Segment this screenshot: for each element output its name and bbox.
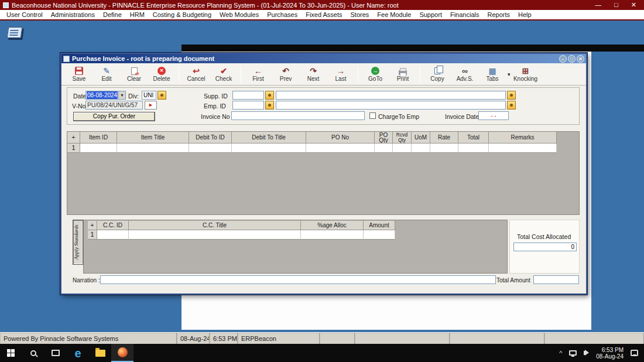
menu-item-fee-module[interactable]: Fee Module (373, 11, 415, 18)
menu-item-administrations[interactable]: Administrations (47, 11, 99, 18)
erp-app-button[interactable] (111, 344, 133, 362)
cell-cc-title[interactable] (129, 230, 301, 240)
next-record-icon: ↷ (310, 66, 317, 76)
start-button[interactable] (0, 344, 22, 362)
cell-amount[interactable] (364, 230, 395, 240)
employee-id-input[interactable] (232, 101, 264, 110)
add-row-button[interactable]: + (67, 132, 80, 144)
division-lookup-button[interactable] (157, 91, 166, 100)
toolbar-cancel-button[interactable]: ↩ Cancel (183, 64, 209, 84)
employee-name-input[interactable] (276, 101, 506, 110)
menu-item-reports[interactable]: Reports (483, 11, 514, 18)
cell-item-id[interactable] (80, 144, 117, 153)
toolbar-delete-button[interactable]: ✕ Delete (149, 64, 174, 84)
task-view-button[interactable] (44, 344, 67, 362)
edge-browser-button[interactable]: e (67, 344, 89, 362)
cell-po-no[interactable] (306, 144, 375, 153)
dialog-minimize-button[interactable]: – (559, 55, 567, 63)
first-record-icon: ← (254, 66, 262, 76)
toolbar-edit-button[interactable]: ✎ Edit (94, 64, 119, 84)
toolbar-more-icon[interactable]: ▾ (508, 71, 511, 77)
items-grid-row[interactable]: 1 (67, 144, 579, 153)
invoice-date-input[interactable]: - - (478, 111, 509, 120)
network-icon[interactable] (569, 350, 577, 356)
taskbar-search-button[interactable] (22, 344, 44, 362)
toolbar-print-button[interactable]: Print (390, 64, 416, 84)
menu-item-hrm[interactable]: HRM (126, 11, 149, 18)
toolbar-next-button[interactable]: ↷ Next (300, 64, 326, 84)
toolbar-copy-button[interactable]: Copy (424, 64, 450, 84)
voucher-go-button[interactable]: ► (145, 101, 157, 110)
action-center-icon[interactable] (631, 350, 638, 356)
close-button[interactable]: ✕ (631, 1, 636, 9)
menu-item-web-modules[interactable]: Web Modules (215, 11, 263, 18)
menu-item-support[interactable]: Support (415, 11, 446, 18)
toolbar-prev-button[interactable]: ↶ Prev (273, 64, 299, 84)
toolbar-knocking-button[interactable]: ⊞ Knocking (513, 64, 539, 84)
cell-cc-id[interactable] (97, 230, 129, 240)
file-explorer-button[interactable] (89, 344, 111, 362)
apply-standards-button[interactable]: Apply Standards (73, 220, 83, 265)
supplier-lookup-button[interactable] (265, 91, 274, 100)
copy-purchase-order-button[interactable]: Copy Pur. Order (73, 112, 155, 121)
cell-uom[interactable] (412, 144, 430, 153)
division-input[interactable]: UNI (142, 91, 156, 100)
supplier-id-input[interactable] (232, 91, 264, 100)
cell-remarks[interactable] (489, 144, 557, 153)
toolbar-tabs-button[interactable]: ▦ Tabs (479, 64, 505, 84)
voucher-no-input[interactable]: PU/08/24/UNI/G/57 (85, 101, 143, 110)
menu-item-purchases[interactable]: Purchases (263, 11, 302, 18)
narration-input[interactable] (100, 275, 496, 284)
cc-grid-row[interactable]: 1 (88, 230, 395, 240)
col-rate: Rate (430, 132, 458, 144)
cell-po-qty[interactable] (375, 144, 393, 153)
employee-lookup-button[interactable] (265, 101, 274, 110)
tray-expand-icon[interactable]: ^ (559, 350, 562, 357)
maximize-button[interactable]: □ (614, 1, 618, 9)
toolbar-save-button[interactable]: Save (66, 64, 92, 84)
cancel-label: Cancel (187, 76, 205, 82)
dialog-restore-button[interactable]: □ (568, 55, 576, 63)
supplier-name-input[interactable] (276, 91, 506, 100)
dialog-close-button[interactable]: ✕ (577, 55, 584, 63)
menu-item-user-control[interactable]: User Control (2, 11, 47, 18)
toolbar-last-button[interactable]: → Last (328, 64, 354, 84)
menu-item-stores[interactable]: Stores (347, 11, 374, 18)
toolbar-goto-button[interactable]: → GoTo (362, 64, 388, 84)
taskbar-clock[interactable]: 6:53 PM 08-Aug-24 (596, 347, 624, 360)
menu-item-fixed-assets[interactable]: Fixed Assets (302, 11, 346, 18)
save-icon (75, 67, 83, 75)
folder-icon (95, 350, 105, 357)
menu-item-help[interactable]: Help (514, 11, 536, 18)
date-dropdown-icon[interactable]: ▼ (118, 91, 125, 99)
toolbar-check-button[interactable]: ✔ Check (211, 64, 237, 84)
charge-to-emp-checkbox[interactable] (369, 112, 376, 119)
invoice-no-input[interactable] (231, 111, 365, 120)
total-cost-input[interactable]: 0 (513, 243, 577, 251)
cell-rcvd-qty[interactable] (393, 144, 412, 153)
cell-item-title[interactable] (117, 144, 189, 153)
cell-age-alloc[interactable] (301, 230, 364, 240)
print-label: Print (397, 76, 409, 82)
total-amount-input[interactable] (533, 275, 579, 284)
menu-item-costing-budgeting[interactable]: Costing & Budgeting (149, 11, 215, 18)
employee-name-lookup-button[interactable] (507, 101, 516, 110)
menu-item-define[interactable]: Define (99, 11, 126, 18)
cc-add-row-button[interactable]: + (88, 221, 97, 230)
cell-debit-to-id[interactable] (189, 144, 232, 153)
supplier-name-lookup-button[interactable] (507, 91, 516, 100)
toolbar-first-button[interactable]: ← First (245, 64, 271, 84)
edge-icon: e (74, 347, 81, 359)
cell-total[interactable] (458, 144, 489, 153)
toolbar-advanced-search-button[interactable]: ∞ Adv.S. (452, 64, 478, 84)
dialog-titlebar[interactable]: Purchase Invoice - root is preparing doc… (61, 54, 586, 63)
speaker-icon[interactable] (584, 351, 586, 355)
menu-item-financials[interactable]: Financials (446, 11, 484, 18)
toolbar-clear-button[interactable]: Clear (121, 64, 147, 84)
date-input[interactable]: 08-08-2024 ▼ (85, 91, 126, 100)
invoice-header-form: Date 08-08-2024 ▼ Div: UNI Supp. ID V-No… (67, 87, 580, 125)
col-item-id: Item ID (80, 132, 117, 144)
cell-debit-to-title[interactable] (232, 144, 306, 153)
cell-rate[interactable] (430, 144, 458, 153)
minimize-button[interactable]: — (595, 1, 601, 9)
